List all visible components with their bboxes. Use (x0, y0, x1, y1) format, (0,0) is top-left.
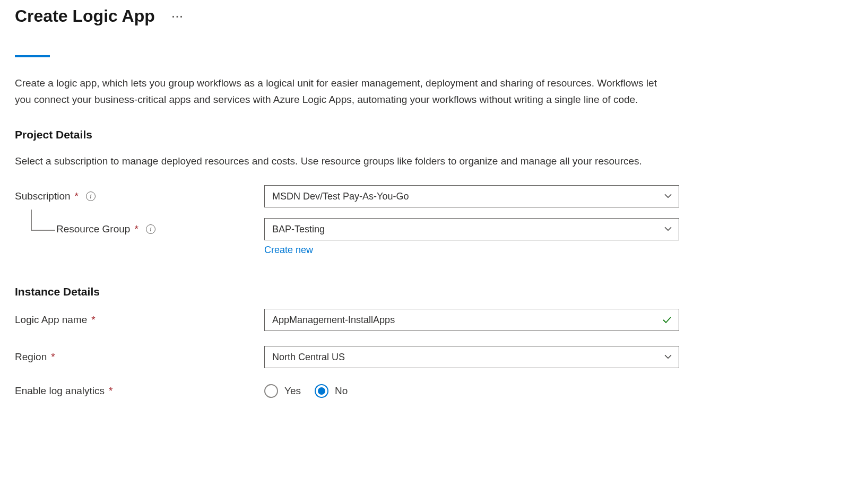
region-label-text: Region (15, 351, 47, 363)
subscription-dropdown-value: MSDN Dev/Test Pay-As-You-Go (272, 191, 409, 202)
info-icon[interactable]: i (86, 192, 96, 201)
log-analytics-row: Enable log analytics * Yes No (15, 384, 834, 398)
check-icon (662, 315, 672, 325)
resource-group-dropdown[interactable]: BAP-Testing (264, 218, 679, 240)
log-analytics-label-text: Enable log analytics (15, 385, 105, 397)
subscription-row: Subscription * i MSDN Dev/Test Pay-As-Yo… (15, 185, 834, 207)
intro-text: Create a logic app, which lets you group… (15, 75, 657, 108)
chevron-down-icon (664, 224, 672, 233)
page-title: Create Logic App (15, 6, 155, 26)
log-analytics-label: Enable log analytics * (15, 385, 264, 397)
required-indicator: * (109, 385, 112, 397)
logic-app-name-input[interactable]: AppManagement-InstallApps (264, 309, 679, 331)
region-dropdown-value: North Central US (272, 352, 345, 363)
info-icon[interactable]: i (146, 224, 155, 234)
subscription-label-text: Subscription (15, 190, 71, 202)
tab-bar (15, 50, 834, 59)
radio-no-label: No (335, 385, 348, 397)
chevron-down-icon (664, 352, 672, 361)
region-dropdown[interactable]: North Central US (264, 346, 679, 368)
radio-icon (264, 384, 278, 398)
region-row: Region * North Central US (15, 346, 834, 368)
logic-app-name-label: Logic App name * (15, 314, 264, 326)
log-analytics-yes-radio[interactable]: Yes (264, 384, 301, 398)
region-label: Region * (15, 351, 264, 363)
project-details-heading: Project Details (15, 128, 834, 141)
create-new-link[interactable]: Create new (264, 245, 313, 255)
required-indicator: * (134, 223, 138, 235)
create-new-row: Create new (15, 245, 834, 256)
resource-group-row: Resource Group * i BAP-Testing (15, 218, 834, 240)
logic-app-name-value: AppManagement-InstallApps (272, 315, 395, 326)
resource-group-label-text: Resource Group (56, 223, 130, 235)
radio-checked-icon (315, 384, 328, 398)
resource-group-label: Resource Group * i (15, 223, 264, 235)
logic-app-name-row: Logic App name * AppManagement-InstallAp… (15, 309, 834, 331)
logic-app-name-label-text: Logic App name (15, 314, 87, 326)
required-indicator: * (91, 314, 95, 326)
subscription-dropdown[interactable]: MSDN Dev/Test Pay-As-You-Go (264, 185, 679, 207)
active-tab-indicator (15, 55, 50, 57)
page-header: Create Logic App ··· (15, 6, 834, 26)
radio-yes-label: Yes (284, 385, 301, 397)
log-analytics-no-radio[interactable]: No (315, 384, 348, 398)
project-details-description: Select a subscription to manage deployed… (15, 153, 668, 169)
required-indicator: * (75, 190, 79, 202)
resource-group-dropdown-value: BAP-Testing (272, 224, 325, 235)
tree-connector (31, 210, 55, 231)
create-logic-app-page: Create Logic App ··· Create a logic app,… (0, 0, 849, 419)
subscription-label: Subscription * i (15, 190, 264, 202)
instance-details-heading: Instance Details (15, 285, 834, 298)
more-actions-button[interactable]: ··· (170, 9, 186, 24)
required-indicator: * (51, 351, 55, 363)
chevron-down-icon (664, 192, 672, 200)
radio-dot (318, 387, 325, 395)
log-analytics-radio-group: Yes No (264, 384, 679, 398)
